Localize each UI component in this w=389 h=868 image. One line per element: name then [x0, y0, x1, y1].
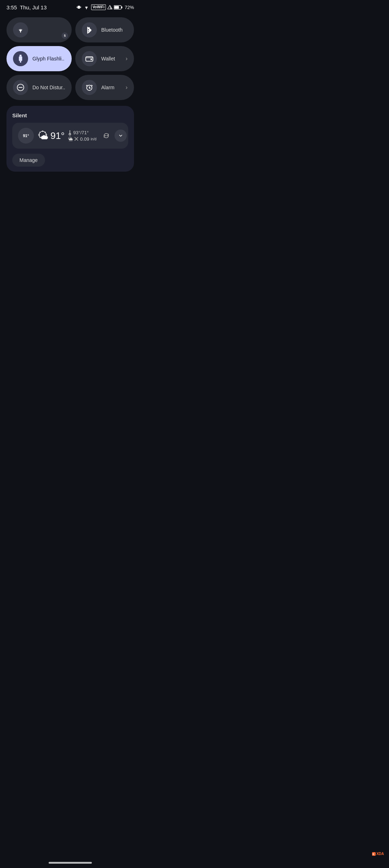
svg-rect-1: [77, 6, 77, 8]
dnd-icon: [13, 80, 28, 95]
flashlight-tile[interactable]: Glyph Flashli..: [6, 46, 72, 71]
bluetooth-tile[interactable]: Bluetooth: [75, 17, 134, 42]
bluetooth-icon: [82, 22, 97, 37]
weather-hi-lo: 93°/71°: [68, 130, 89, 136]
weather-details: 93°/71° 🌦 0.09in/d: [68, 130, 96, 142]
wallet-tile[interactable]: Wallet ›: [75, 46, 134, 71]
manage-label: Manage: [19, 157, 38, 163]
quick-settings-container: 5 Bluetooth Glyph Flashli..: [0, 13, 140, 100]
dnd-tile[interactable]: Do Not Distur..: [6, 75, 72, 100]
status-time: 3:55 Thu, Jul 13: [6, 4, 47, 10]
silent-section: Silent 91° 🌤 91° 93°/71° 🌦: [6, 106, 134, 172]
weather-actions: [100, 130, 127, 142]
wallet-label: Wallet: [101, 56, 121, 62]
wifi-status-icon: [83, 5, 90, 10]
vibrate-icon: [76, 4, 82, 10]
svg-rect-8: [114, 6, 119, 9]
flashlight-label: Glyph Flashli..: [32, 56, 65, 62]
signal-icon: [107, 5, 112, 10]
svg-point-9: [20, 31, 21, 32]
alarm-icon: [82, 80, 97, 95]
weather-hi-lo-text: 93°/71°: [73, 130, 89, 135]
battery-percentage: 72%: [125, 5, 134, 10]
wallet-icon: [82, 51, 97, 66]
svg-rect-11: [19, 55, 22, 56]
weather-main: 🌤 91°: [37, 130, 64, 141]
svg-point-23: [69, 133, 71, 135]
svg-rect-3: [77, 7, 77, 8]
dnd-label: Do Not Distur..: [32, 85, 65, 90]
alarm-label: Alarm: [101, 85, 121, 90]
wallet-chevron-icon: ›: [126, 55, 128, 62]
weather-card[interactable]: 91° 🌤 91° 93°/71° 🌦 0.09in/d: [12, 123, 128, 149]
alarm-chevron-icon: ›: [126, 84, 128, 91]
svg-rect-12: [19, 56, 22, 61]
precip-icon: 🌦: [68, 136, 73, 142]
alarm-tile[interactable]: Alarm ›: [75, 75, 134, 100]
weather-badge: 91°: [18, 128, 34, 144]
svg-rect-13: [20, 61, 21, 63]
precip-value: 0.09: [80, 136, 89, 142]
status-icons: VoWiFi 72%: [76, 4, 134, 10]
svg-point-5: [86, 8, 87, 9]
svg-rect-15: [86, 57, 93, 59]
wifi-icon: [13, 22, 28, 37]
svg-rect-2: [81, 6, 81, 8]
weather-precip: 🌦 0.09in/d: [68, 136, 96, 142]
quick-settings-grid: 5 Bluetooth Glyph Flashli..: [6, 17, 134, 100]
svg-rect-4: [80, 7, 81, 8]
weather-current-temp: 91°: [50, 130, 64, 141]
wifi-network-badge: 5: [62, 32, 68, 39]
flashlight-icon: [13, 51, 28, 66]
svg-rect-7: [121, 6, 122, 8]
bluetooth-label: Bluetooth: [101, 27, 128, 33]
status-bar: 3:55 Thu, Jul 13 VoWiFi: [0, 0, 140, 13]
precip-unit: in/d: [91, 137, 97, 141]
wifi-tile[interactable]: 5: [6, 17, 72, 42]
weather-icon: 🌤: [37, 130, 48, 141]
vowifi-icon: VoWiFi: [91, 4, 106, 10]
svg-point-16: [90, 59, 92, 60]
manage-button[interactable]: Manage: [12, 154, 45, 167]
svg-rect-0: [78, 6, 80, 9]
silent-label: Silent: [12, 112, 128, 118]
battery-icon: [114, 5, 122, 10]
refresh-button[interactable]: [100, 130, 112, 142]
expand-button[interactable]: [115, 130, 127, 142]
